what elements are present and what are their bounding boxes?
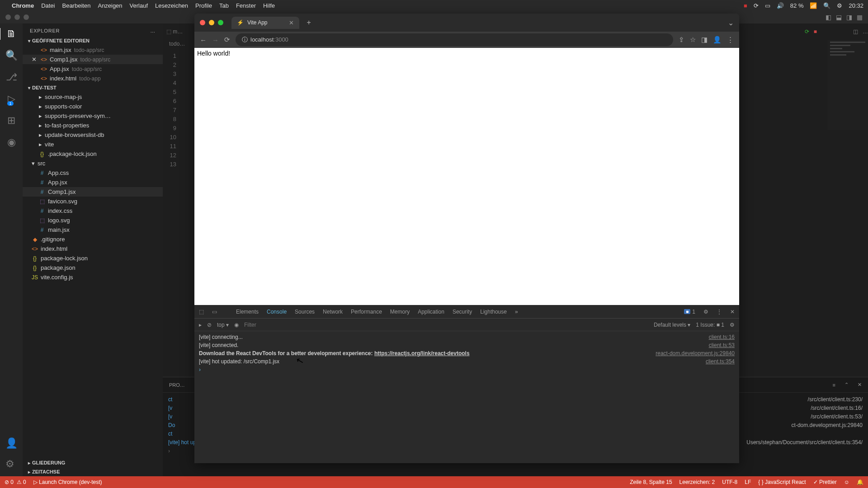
- status-volume-icon[interactable]: 🔊: [777, 2, 784, 9]
- dt-tab-lighthouse[interactable]: Lighthouse: [480, 309, 507, 315]
- status-errors[interactable]: ⊘ 0 ⚠ 0: [5, 479, 26, 485]
- dt-more-icon[interactable]: ⋮: [717, 309, 722, 315]
- dt-tab-console[interactable]: Console: [267, 309, 287, 315]
- folder-item[interactable]: ▸update-browserslist-db: [23, 130, 163, 140]
- status-cursor[interactable]: Zeile 8, Spalte 15: [630, 479, 672, 485]
- menu-verlauf[interactable]: Verlauf: [130, 2, 148, 9]
- tab-list-icon[interactable]: ⌄: [728, 19, 734, 27]
- open-editors-header[interactable]: ▾GEÖFFNETE EDITOREN: [23, 36, 163, 45]
- inspect-icon[interactable]: ⬚: [199, 309, 204, 315]
- app-name[interactable]: Chrome: [12, 2, 34, 9]
- status-battery[interactable]: 82 %: [790, 2, 804, 9]
- dt-tab-memory[interactable]: Memory: [390, 309, 410, 315]
- layout-panel-left-icon[interactable]: ◧: [826, 14, 831, 21]
- debug-stop-icon[interactable]: ■: [814, 28, 817, 35]
- terminal-collapse-icon[interactable]: ⌃: [844, 382, 849, 388]
- chrome-tab[interactable]: ⚡ Vite App ✕: [231, 17, 299, 29]
- menu-datei[interactable]: Datei: [41, 2, 55, 9]
- open-editor-item[interactable]: <>App.jsx todo-app/src: [23, 64, 163, 74]
- folder-item[interactable]: ▸source-map-js: [23, 92, 163, 102]
- file-item[interactable]: #main.jsx: [23, 225, 163, 235]
- file-item[interactable]: {}package-lock.json: [23, 253, 163, 263]
- device-toggle-icon[interactable]: ▭: [212, 309, 217, 315]
- layout-panel-right-icon[interactable]: ◨: [846, 14, 852, 21]
- open-editor-item[interactable]: <>index.html todo-app: [23, 74, 163, 83]
- file-item[interactable]: ⬚favicon.svg: [23, 197, 163, 206]
- chrome-traffic-lights[interactable]: [200, 20, 223, 25]
- tab-close-icon[interactable]: ✕: [289, 19, 294, 26]
- status-search-icon[interactable]: 🔍: [823, 2, 830, 9]
- file-item[interactable]: JSvite.config.js: [23, 272, 163, 282]
- dt-tab-sources[interactable]: Sources: [295, 309, 315, 315]
- layout-panel-bottom-icon[interactable]: ⬓: [836, 14, 842, 21]
- back-icon[interactable]: ←: [200, 36, 207, 44]
- file-item[interactable]: {}.package-lock.json: [23, 149, 163, 159]
- file-item[interactable]: #App.css: [23, 168, 163, 178]
- status-sync-icon[interactable]: ⟳: [754, 2, 759, 9]
- menu-tab[interactable]: Tab: [219, 2, 229, 9]
- menu-profile[interactable]: Profile: [195, 2, 212, 9]
- status-display-icon[interactable]: ▭: [765, 2, 770, 9]
- context-selector[interactable]: top ▾: [217, 322, 229, 328]
- menu-fenster[interactable]: Fenster: [236, 2, 256, 9]
- clear-console-icon[interactable]: ⊘: [207, 322, 212, 328]
- bookmark-icon[interactable]: ☆: [690, 36, 696, 44]
- editor-tab[interactable]: ⬚ m…: [166, 28, 183, 35]
- explorer-more-icon[interactable]: …: [150, 28, 156, 33]
- status-prettier[interactable]: ✓ Prettier: [813, 479, 837, 485]
- dt-close-icon[interactable]: ✕: [730, 309, 735, 315]
- extensions-icon[interactable]: ⊞: [7, 115, 15, 127]
- folder-item[interactable]: ▸supports-preserve-sym…: [23, 111, 163, 121]
- status-encoding[interactable]: UTF-8: [722, 479, 737, 485]
- file-item[interactable]: #Comp1.jsx: [23, 187, 163, 197]
- dt-tab-elements[interactable]: Elements: [236, 309, 259, 315]
- status-control-center-icon[interactable]: ⚙: [837, 2, 842, 9]
- menu-lesezeichen[interactable]: Lesezeichen: [155, 2, 188, 9]
- menu-hilfe[interactable]: Hilfe: [263, 2, 275, 9]
- search-icon[interactable]: 🔍: [5, 50, 18, 61]
- file-item[interactable]: #App.jsx: [23, 178, 163, 187]
- dt-tabs-more-icon[interactable]: »: [515, 309, 518, 315]
- settings-icon[interactable]: ⚙: [5, 458, 18, 470]
- file-item[interactable]: ⬚logo.svg: [23, 216, 163, 225]
- project-header[interactable]: ▾DEV-TEST: [23, 83, 163, 92]
- share-icon[interactable]: ⇪: [679, 36, 684, 44]
- menu-bearbeiten[interactable]: Bearbeiten: [62, 2, 90, 9]
- status-clock[interactable]: 20:32: [849, 2, 863, 9]
- folder-item[interactable]: ▸supports-color: [23, 102, 163, 111]
- forward-icon[interactable]: →: [212, 36, 219, 44]
- source-control-icon[interactable]: ⎇: [6, 71, 17, 83]
- vscode-traffic-lights[interactable]: [5, 14, 29, 20]
- dt-issues-counter[interactable]: ■1: [684, 309, 695, 315]
- status-record-icon[interactable]: ■: [744, 2, 747, 9]
- layout-customize-icon[interactable]: ▦: [857, 14, 863, 21]
- folder-item[interactable]: ▸to-fast-properties: [23, 121, 163, 130]
- status-eol[interactable]: LF: [745, 479, 751, 485]
- dt-tab-network[interactable]: Network: [323, 309, 343, 315]
- terminal-tab-problems[interactable]: PRO…: [169, 382, 185, 388]
- folder-item[interactable]: ▸vite: [23, 140, 163, 149]
- explorer-icon[interactable]: 🗎: [0, 28, 22, 40]
- status-lang[interactable]: { } JavaScript React: [758, 479, 806, 485]
- new-tab-icon[interactable]: +: [307, 19, 311, 27]
- run-debug-icon[interactable]: ▷1: [8, 93, 15, 105]
- file-item[interactable]: ◆.gitignore: [23, 235, 163, 244]
- issues-link[interactable]: 1 Issue: ■ 1: [696, 322, 724, 328]
- debug-restart-icon[interactable]: ⟳: [805, 28, 809, 35]
- minimap[interactable]: [827, 40, 868, 130]
- console-sidebar-icon[interactable]: ▸: [199, 322, 202, 328]
- remote-icon[interactable]: ◉: [7, 136, 16, 148]
- reload-icon[interactable]: ⟳: [224, 36, 230, 44]
- file-item[interactable]: {}package.json: [23, 263, 163, 272]
- open-editor-item[interactable]: ✕<>Comp1.jsx todo-app/src: [23, 55, 163, 64]
- profile-icon[interactable]: 👤: [713, 36, 722, 44]
- filter-input[interactable]: [244, 322, 648, 328]
- status-spaces[interactable]: Leerzeichen: 2: [679, 479, 715, 485]
- outline-header[interactable]: ▸GLIEDERUNG: [23, 458, 163, 467]
- editor-more-icon[interactable]: …: [863, 28, 868, 35]
- site-info-icon[interactable]: ⓘ: [242, 36, 248, 43]
- status-bell-icon[interactable]: 🔔: [857, 479, 863, 485]
- terminal-close-icon[interactable]: ✕: [858, 382, 862, 388]
- status-feedback-icon[interactable]: ☺: [844, 479, 849, 485]
- account-icon[interactable]: 👤: [5, 437, 18, 449]
